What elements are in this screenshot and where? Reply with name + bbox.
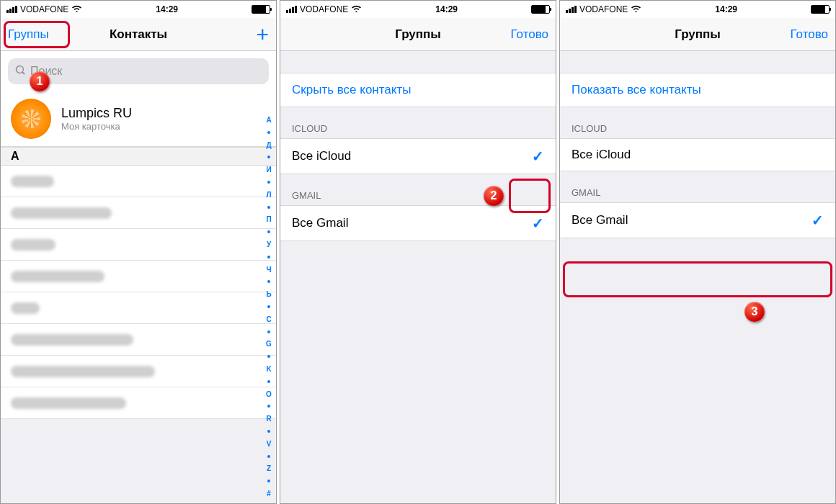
- status-bar: VODAFONE 14:29: [280, 1, 556, 18]
- section-header-gmail: GMAIL: [560, 171, 835, 202]
- index-letter[interactable]: O: [266, 390, 272, 398]
- phone-contacts: VODAFONE 14:29 Группы Контакты + По: [0, 0, 277, 504]
- phone-groups-show: VODAFONE 14:29 Группы Готово Показать вс…: [559, 0, 836, 504]
- index-letter[interactable]: Ь: [266, 290, 271, 298]
- signal-icon: [6, 6, 17, 13]
- wifi-icon: [351, 4, 362, 14]
- checkmark-icon: ✓: [811, 212, 824, 229]
- my-card-row[interactable]: Lumpics RU Моя карточка: [1, 91, 276, 147]
- index-letter[interactable]: K: [266, 365, 271, 373]
- group-label: Все iCloud: [572, 148, 631, 162]
- annotation-badge: 3: [744, 302, 765, 322]
- group-row-gmail[interactable]: Все Gmail ✓: [560, 202, 835, 238]
- index-dot: [267, 430, 270, 433]
- index-letter[interactable]: П: [266, 215, 271, 223]
- group-label: Все Gmail: [572, 213, 628, 228]
- carrier-label: VODAFONE: [20, 4, 68, 14]
- clock-label: 14:29: [715, 4, 737, 14]
- signal-icon: [286, 6, 297, 13]
- search-input[interactable]: Поиск: [8, 58, 269, 84]
- avatar: [11, 99, 51, 139]
- my-card-name: Lumpics RU: [61, 106, 132, 121]
- index-letter[interactable]: Ч: [266, 266, 271, 274]
- contact-row[interactable]: [1, 356, 276, 387]
- search-wrap: Поиск: [1, 51, 276, 91]
- checkmark-icon: ✓: [532, 215, 544, 232]
- groups-button[interactable]: Группы: [8, 27, 58, 42]
- index-letter[interactable]: Л: [266, 191, 271, 199]
- show-all-contacts-button[interactable]: Показать все контакты: [560, 73, 835, 107]
- done-button[interactable]: Готово: [338, 27, 548, 42]
- add-contact-button[interactable]: +: [256, 22, 269, 46]
- index-dot: [267, 480, 270, 482]
- carrier-label: VODAFONE: [579, 4, 628, 14]
- nav-bar: Группы Контакты +: [1, 18, 276, 51]
- battery-icon: [531, 5, 550, 14]
- contact-row[interactable]: [1, 166, 276, 197]
- group-row-icloud[interactable]: Все iCloud ✓: [280, 138, 556, 174]
- contact-row[interactable]: [1, 261, 276, 292]
- index-letter[interactable]: R: [266, 415, 271, 423]
- group-label: Все Gmail: [292, 216, 348, 230]
- index-dot: [267, 256, 270, 258]
- section-header: А: [1, 147, 276, 166]
- phone-groups-hide: VODAFONE 14:29 Группы Готово Скрыть все …: [280, 0, 556, 504]
- contact-row[interactable]: [1, 387, 276, 419]
- index-dot: [267, 455, 270, 458]
- contacts-list[interactable]: [1, 166, 276, 419]
- contact-row[interactable]: [1, 229, 276, 261]
- done-button[interactable]: Готово: [618, 27, 828, 42]
- contact-row[interactable]: [1, 197, 276, 229]
- nav-bar: Группы Готово: [280, 18, 556, 51]
- index-letter[interactable]: V: [267, 440, 272, 448]
- index-dot: [267, 280, 270, 283]
- index-dot: [267, 156, 270, 158]
- index-letter[interactable]: А: [266, 116, 271, 124]
- status-bar: VODAFONE 14:29: [560, 1, 835, 18]
- index-letter[interactable]: #: [267, 490, 271, 498]
- annotation-box: [563, 261, 832, 297]
- index-dot: [267, 405, 270, 408]
- hide-all-contacts-button[interactable]: Скрыть все контакты: [280, 73, 556, 107]
- battery-icon: [252, 5, 270, 14]
- index-dot: [267, 355, 270, 358]
- section-header-icloud: ICLOUD: [560, 107, 835, 138]
- my-card-sub: Моя карточка: [61, 121, 132, 132]
- group-row-gmail[interactable]: Все Gmail ✓: [280, 205, 556, 241]
- nav-bar: Группы Готово: [560, 18, 835, 51]
- index-letter[interactable]: C: [266, 315, 271, 323]
- section-header-gmail: GMAIL: [280, 174, 556, 205]
- section-header-icloud: ICLOUD: [280, 107, 556, 138]
- index-dot: [267, 305, 270, 308]
- clock-label: 14:29: [156, 4, 178, 14]
- index-letter[interactable]: И: [266, 166, 271, 174]
- clock-label: 14:29: [435, 4, 458, 14]
- signal-icon: [566, 6, 577, 13]
- group-label: Все iCloud: [292, 149, 351, 163]
- wifi-icon: [71, 4, 82, 14]
- index-letter[interactable]: У: [267, 240, 271, 248]
- contact-row[interactable]: [1, 292, 276, 324]
- index-letter[interactable]: Д: [266, 141, 271, 149]
- wifi-icon: [631, 4, 641, 14]
- contact-row[interactable]: [1, 324, 276, 356]
- carrier-label: VODAFONE: [300, 4, 348, 14]
- index-strip[interactable]: АДИЛПУЧЬCGKORVZ#: [263, 116, 275, 498]
- battery-icon: [811, 5, 830, 14]
- group-row-icloud[interactable]: Все iCloud: [560, 138, 835, 171]
- index-letter[interactable]: G: [266, 340, 272, 348]
- index-dot: [267, 206, 270, 209]
- index-dot: [267, 131, 270, 134]
- checkmark-icon: ✓: [532, 148, 544, 165]
- index-dot: [267, 380, 270, 383]
- status-bar: VODAFONE 14:29: [1, 1, 276, 18]
- search-icon: [15, 65, 26, 78]
- search-placeholder: Поиск: [30, 65, 62, 78]
- index-letter[interactable]: Z: [267, 464, 271, 472]
- index-dot: [267, 330, 270, 333]
- index-dot: [267, 181, 270, 184]
- index-dot: [267, 230, 270, 233]
